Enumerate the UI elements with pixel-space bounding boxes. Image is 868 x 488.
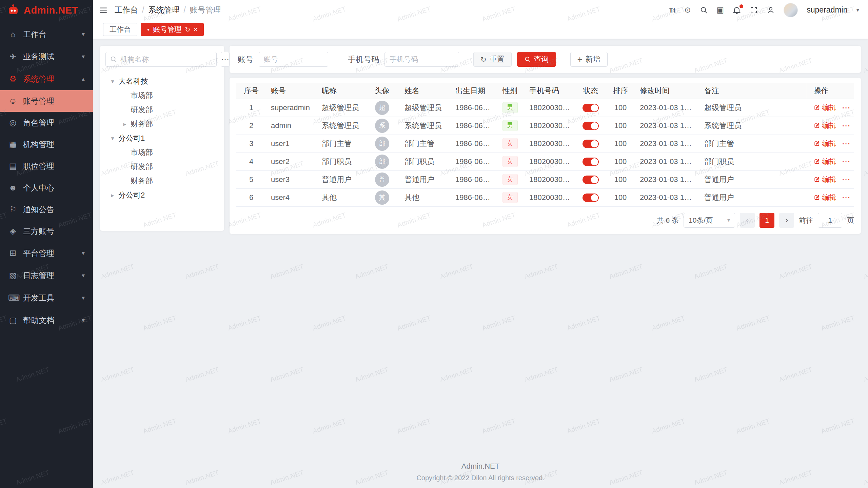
sidebar-subitem[interactable]: ◈ 三方账号: [0, 220, 93, 242]
tree-caret-icon[interactable]: ▾: [109, 135, 116, 142]
cell-index: 1: [236, 99, 266, 117]
tree-caret-icon[interactable]: ▸: [121, 121, 129, 128]
sidebar-item[interactable]: ✈ 业务测试 ▾: [0, 45, 93, 68]
current-page-button[interactable]: 1: [760, 213, 774, 228]
breadcrumb-item[interactable]: 工作台: [115, 5, 138, 15]
avatar: 系: [375, 119, 389, 133]
org-search-row: ⋯: [105, 52, 219, 67]
tree-node[interactable]: ▸ 分公司2: [105, 188, 219, 202]
tree-node[interactable]: ▾ 大名科技: [105, 74, 219, 88]
locale-icon[interactable]: ⊙: [684, 5, 691, 15]
more-actions-icon[interactable]: ⋯: [842, 157, 850, 166]
more-actions-icon[interactable]: ⋯: [842, 121, 850, 130]
sidebar-subitem[interactable]: ◎ 角色管理: [0, 112, 93, 134]
tree-node[interactable]: 研发部: [105, 103, 219, 117]
search-icon[interactable]: [700, 6, 708, 14]
page-size-select[interactable]: 10条/页 ▾: [684, 213, 735, 228]
menu-item-icon: ⚙: [8, 74, 18, 84]
cell-sort: 100: [606, 135, 635, 152]
sidebar-item[interactable]: ▢ 帮助文档 ▾: [0, 309, 93, 331]
phone-input[interactable]: [384, 52, 459, 67]
theme-icon[interactable]: ▣: [717, 5, 724, 15]
tree-node[interactable]: 研发部: [105, 160, 219, 174]
tree-node[interactable]: 市场部: [105, 145, 219, 160]
fullscreen-icon[interactable]: [750, 6, 758, 14]
cell-name: 部门职员: [400, 152, 451, 170]
edit-button[interactable]: 编辑: [814, 103, 836, 113]
edit-button[interactable]: 编辑: [814, 175, 836, 184]
page-tab[interactable]: ● 工作台 ↻ ×: [103, 23, 137, 36]
more-actions-icon[interactable]: ⋯: [842, 103, 850, 112]
chevron-icon: ▾: [82, 317, 85, 324]
goto-page-input[interactable]: [818, 213, 842, 228]
status-toggle[interactable]: [583, 158, 599, 166]
edit-button[interactable]: 编辑: [814, 121, 836, 130]
sidebar-item[interactable]: ⌨ 开发工具 ▾: [0, 287, 93, 309]
toggle-knob: [591, 140, 598, 147]
more-actions-icon[interactable]: ⋯: [842, 175, 850, 184]
user-menu-chevron-icon[interactable]: ▾: [856, 6, 859, 14]
tree-node[interactable]: 市场部: [105, 88, 219, 103]
cell-remark: 普通用户: [699, 170, 806, 188]
sidebar-item[interactable]: ⌂ 工作台 ▾: [0, 23, 93, 45]
menu-item-icon: ⊞: [8, 248, 18, 258]
breadcrumb-separator: /: [142, 5, 144, 15]
sidebar-item[interactable]: ⊞ 平台管理 ▾: [0, 242, 93, 264]
profile-icon[interactable]: [767, 6, 775, 14]
cell-phone: 18020030720: [525, 188, 575, 206]
sidebar-subitem[interactable]: ☻ 个人中心: [0, 177, 93, 199]
tree-caret-icon[interactable]: ▸: [109, 192, 116, 199]
user-avatar[interactable]: [784, 3, 798, 17]
breadcrumb-item[interactable]: 系统管理: [148, 5, 179, 15]
status-toggle[interactable]: [583, 194, 599, 202]
sidebar-item[interactable]: ▧ 日志管理 ▾: [0, 264, 93, 287]
tree-node-label: 分公司2: [118, 190, 145, 200]
edit-button[interactable]: 编辑: [814, 193, 836, 202]
avatar: 其: [375, 190, 389, 205]
gender-tag: 女: [502, 192, 518, 203]
status-toggle[interactable]: [583, 176, 599, 184]
toggle-knob: [591, 176, 598, 183]
add-button[interactable]: + 新增: [570, 52, 608, 67]
status-toggle[interactable]: [583, 140, 599, 148]
sidebar-subitem[interactable]: ▤ 职位管理: [0, 155, 93, 177]
cell-phone: 18020030720: [525, 99, 575, 117]
reset-button[interactable]: ↻ 重置: [473, 52, 512, 67]
menu-collapse-icon[interactable]: [99, 6, 108, 15]
org-more-button[interactable]: ⋯: [221, 52, 230, 67]
tree-node[interactable]: 财务部: [105, 174, 219, 188]
cell-remark: 系统管理员: [699, 117, 806, 135]
status-toggle[interactable]: [583, 122, 599, 130]
gender-tag: 女: [502, 156, 518, 167]
sidebar-subitem[interactable]: ▦ 机构管理: [0, 134, 93, 155]
more-actions-icon[interactable]: ⋯: [842, 193, 850, 202]
tree-node[interactable]: ▸ 财务部: [105, 117, 219, 131]
org-tree-panel: ⋯ ▾ 大名科技 市场部: [100, 46, 224, 231]
org-search-input[interactable]: [120, 55, 212, 63]
account-input[interactable]: [259, 52, 328, 67]
edit-button[interactable]: 编辑: [814, 139, 836, 148]
cell-sort: 100: [606, 152, 635, 170]
prev-page-button[interactable]: ‹: [740, 213, 755, 228]
cell-account: admin: [266, 117, 317, 135]
cell-remark: 超级管理员: [699, 99, 806, 117]
font-size-icon[interactable]: Tt: [669, 6, 675, 14]
sidebar-subitem[interactable]: ☺ 账号管理: [0, 90, 93, 112]
sidebar-subitem[interactable]: ⚐ 通知公告: [0, 199, 93, 220]
next-page-button[interactable]: ›: [779, 213, 794, 228]
brand-logo[interactable]: Admin.NET: [0, 0, 93, 20]
sidebar-item[interactable]: ⚙ 系统管理 ▴: [0, 68, 93, 90]
page-tab[interactable]: ● 账号管理 ↻ ×: [141, 23, 204, 36]
more-actions-icon[interactable]: ⋯: [842, 139, 850, 148]
status-toggle[interactable]: [583, 104, 599, 112]
search-button[interactable]: 查询: [517, 52, 556, 67]
cell-modified-time: 2023-01-03 10:59:44: [635, 117, 699, 135]
tree-node[interactable]: ▾ 分公司1: [105, 131, 219, 145]
notification-bell-icon[interactable]: [733, 6, 741, 14]
tab-close-icon[interactable]: ×: [194, 26, 197, 33]
breadcrumb-item[interactable]: 账号管理: [190, 5, 221, 15]
tree-caret-icon[interactable]: ▾: [109, 78, 116, 85]
edit-button[interactable]: 编辑: [814, 157, 836, 166]
tab-refresh-icon[interactable]: ↻: [185, 26, 190, 34]
username[interactable]: superadmin: [807, 5, 847, 15]
